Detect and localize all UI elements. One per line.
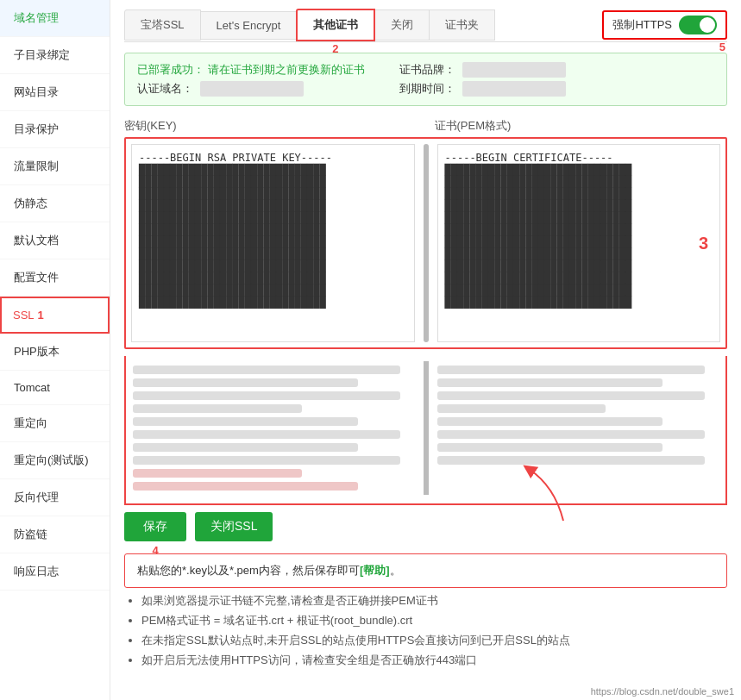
sidebar-item-traffic-limit[interactable]: 流量限制 [0,148,110,185]
tab-cert-folder[interactable]: 证书夹 [429,9,495,41]
force-https-label: 强制HTTPS [612,17,672,33]
sidebar-item-hotlink[interactable]: 防盗链 [0,516,110,553]
success-banner: 已部署成功： 请在证书到期之前更换新的证书 认证域名： 证书品牌： 到期时间： [124,53,727,106]
cert-blurred [437,361,719,495]
sidebar-item-tomcat[interactable]: Tomcat [0,371,110,405]
save-btn-wrapper: 保存 4 [124,512,186,541]
sidebar-item-redirect[interactable]: 重定向 [0,405,110,442]
sidebar-item-config-file[interactable]: 配置文件 [0,259,110,297]
force-https-area: 强制HTTPS 5 [602,10,727,40]
main-content: 宝塔SSL Let's Encrypt 其他证书 2 关闭 证书夹 强制HTTP… [110,0,741,700]
force-https-annotation: 5 [719,41,725,53]
tabs-row: 宝塔SSL Let's Encrypt 其他证书 2 关闭 证书夹 强制HTTP… [124,9,727,42]
info-list-item-3: 在未指定SSL默认站点时,未开启SSL的站点使用HTTPS会直接访问到已开启SS… [141,633,727,648]
expiry-row: 到期时间： [399,81,566,97]
tab-baota-ssl[interactable]: 宝塔SSL [124,9,201,41]
info-list-item-2: PEM格式证书 = 域名证书.crt + 根证书(root_bundle).cr… [141,613,727,628]
info-list-item-4: 如开启后无法使用HTTPS访问，请检查安全组是否正确放行443端口 [141,653,727,668]
tab-close[interactable]: 关闭 [374,9,430,41]
key-label-area: 密钥(KEY) [124,118,418,134]
cert-annotation-num3: 3 [699,234,708,253]
cert-blurred-area [124,356,727,505]
force-https-toggle[interactable] [679,16,717,34]
sidebar-item-subdir-bind[interactable]: 子目录绑定 [0,37,110,74]
info-list: 如果浏览器提示证书链不完整,请检查是否正确拼接PEM证书 PEM格式证书 = 域… [124,593,727,668]
domain-label: 认证域名： [137,81,193,97]
key-label: 密钥(KEY) [124,119,177,132]
key-blurred [133,361,415,495]
info-list-item-1: 如果浏览器提示证书链不完整,请检查是否正确拼接PEM证书 [141,593,727,609]
info-first-line-prefix: 粘贴您的*.key以及*.pem内容，然后保存即可 [137,564,360,577]
success-message: 请在证书到期之前更换新的证书 [208,63,365,76]
btn-row: 保存 4 关闭SSL [124,512,727,541]
info-box: 粘贴您的*.key以及*.pem内容，然后保存即可[帮助]。 [124,553,727,588]
cert-col: -----BEGIN CERTIFICATE----- [437,144,721,342]
expiry-label: 到期时间： [399,81,455,97]
footer-url: https://blog.csdn.net/double_swe1 [591,686,734,697]
save-button[interactable]: 保存 [124,512,186,541]
tab-lets-encrypt[interactable]: Let's Encrypt [200,11,298,40]
cert-label-area: 证书(PEM格式) [426,118,728,134]
expiry-value [462,81,566,97]
sidebar-item-fake-static[interactable]: 伪静态 [0,185,110,222]
success-prefix: 已部署成功： [137,63,204,76]
success-left: 已部署成功： 请在证书到期之前更换新的证书 认证域名： [137,62,365,97]
key-col: -----BEGIN RSA PRIVATE KEY----- [131,144,415,342]
domain-value [200,81,304,97]
sidebar-item-default-doc[interactable]: 默认文档 [0,222,110,259]
tab-other-cert-wrapper: 其他证书 2 [296,9,374,41]
tab-other-cert[interactable]: 其他证书 [296,9,375,41]
key-textarea[interactable]: -----BEGIN RSA PRIVATE KEY----- [131,144,415,342]
tab-num-annotation: 2 [332,42,338,55]
sidebar-item-response-log[interactable]: 响应日志 [0,553,110,591]
save-annotation-num4: 4 [152,544,158,557]
brand-value [462,62,566,78]
cert-pem-label: 证书(PEM格式) [435,119,512,132]
sidebar-item-redirect-test[interactable]: 重定向(测试版) [0,442,110,479]
info-first-line-suffix: 。 [390,564,401,577]
sidebar-item-reverse-proxy[interactable]: 反向代理 [0,479,110,516]
sidebar-item-domain-mgmt[interactable]: 域名管理 [0,0,110,37]
cert-textarea[interactable]: -----BEGIN CERTIFICATE----- [437,144,721,342]
brand-row: 证书品牌： [399,62,566,78]
sidebar-item-ssl[interactable]: SSL 1 [0,297,110,334]
sidebar-item-php-ver[interactable]: PHP版本 [0,334,110,371]
cert-divider[interactable] [424,144,429,342]
close-ssl-button[interactable]: 关闭SSL [195,512,273,541]
success-right: 证书品牌： 到期时间： [399,62,566,97]
help-link[interactable]: [帮助] [360,564,390,577]
cert-labels-row: 密钥(KEY) 证书(PEM格式) [124,118,727,134]
brand-label: 证书品牌： [399,62,455,78]
success-domain-row: 认证域名： [137,81,365,97]
sidebar-item-website-dir[interactable]: 网站目录 [0,74,110,111]
toggle-knob [700,17,715,33]
cert-section: -----BEGIN RSA PRIVATE KEY----- -----BEG… [124,137,727,349]
success-title: 已部署成功： 请在证书到期之前更换新的证书 [137,62,365,78]
ssl-label: SSL [13,309,35,322]
btn-container: 保存 4 关闭SSL [124,512,727,541]
ssl-annotation-num: 1 [38,309,44,322]
sidebar: 域名管理 子目录绑定 网站目录 目录保护 流量限制 伪静态 默认文档 配置文件 … [0,0,110,700]
divider-spacer [424,361,429,495]
sidebar-item-dir-protect[interactable]: 目录保护 [0,111,110,148]
